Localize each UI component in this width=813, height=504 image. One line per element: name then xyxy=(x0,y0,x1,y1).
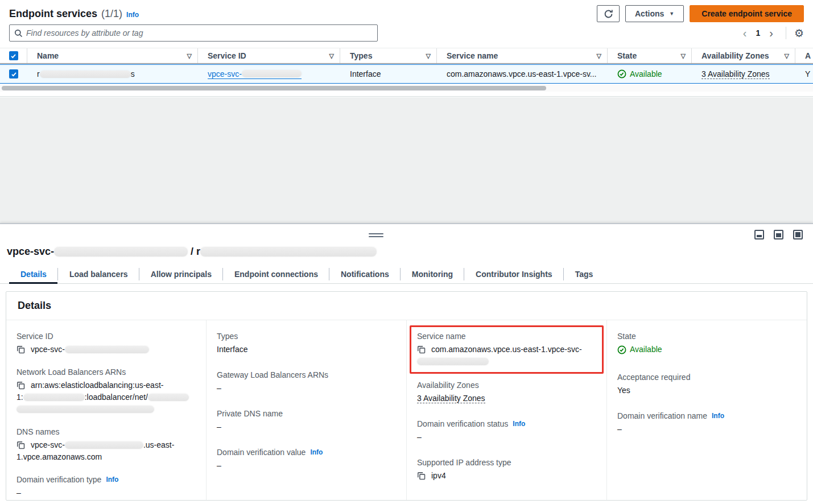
split-panel-drag-handle[interactable] xyxy=(369,233,383,239)
tab-endpoint-connections[interactable]: Endpoint connections xyxy=(223,265,329,283)
redacted-text xyxy=(242,70,302,77)
column-header-state[interactable]: State▽ xyxy=(608,48,692,63)
availability-zones-link[interactable]: 3 Availability Zones xyxy=(701,69,770,79)
filter-icon[interactable]: ▽ xyxy=(785,52,789,60)
filter-icon[interactable]: ▽ xyxy=(597,52,601,60)
details-column-1: Service ID vpce-svc- Network Load Balanc… xyxy=(6,320,206,500)
actions-button-label: Actions xyxy=(635,9,664,18)
redacted-text xyxy=(40,71,131,78)
copy-icon[interactable] xyxy=(16,345,26,354)
scrollbar-thumb[interactable] xyxy=(2,86,546,90)
copy-icon[interactable] xyxy=(417,472,426,481)
redacted-text xyxy=(23,394,85,401)
info-link[interactable]: Info xyxy=(513,418,525,429)
service-name-highlight-box: Service name com.amazonaws.vpce.us-east-… xyxy=(410,325,604,374)
panel-size-controls xyxy=(754,230,803,239)
column-header-clipped[interactable]: A xyxy=(795,48,813,63)
copy-icon[interactable] xyxy=(16,441,26,450)
availability-zones-link[interactable]: 3 Availability Zones xyxy=(417,394,485,403)
caret-down-icon: ▼ xyxy=(669,11,674,16)
panel-size-large-icon[interactable] xyxy=(793,230,803,239)
field-acceptance-required: Acceptance required Yes xyxy=(617,371,797,396)
info-link[interactable]: Info xyxy=(106,474,118,485)
filter-icon[interactable]: ▽ xyxy=(681,52,686,60)
field-types: Types Interface xyxy=(217,331,396,356)
table-row[interactable]: rs vpce-svc- Interface com.amazonaws.vpc… xyxy=(0,64,813,84)
field-domain-verification-name: Domain verification nameInfo – xyxy=(617,410,797,435)
column-header-service-id[interactable]: Service ID▽ xyxy=(198,48,340,63)
tab-tags[interactable]: Tags xyxy=(564,265,605,283)
select-all-checkbox[interactable] xyxy=(9,51,18,60)
column-header-types[interactable]: Types▽ xyxy=(340,48,437,63)
redacted-text xyxy=(54,247,188,257)
select-all-cell xyxy=(0,48,27,63)
filter-icon[interactable]: ▽ xyxy=(426,52,431,60)
service-id-link[interactable]: vpce-svc- xyxy=(208,69,302,79)
tab-load-balancers[interactable]: Load balancers xyxy=(58,265,139,283)
details-column-4: State Available Acceptance required Yes … xyxy=(606,320,807,500)
row-checkbox[interactable] xyxy=(9,69,18,79)
panel-size-medium-icon[interactable] xyxy=(774,230,783,239)
column-header-name[interactable]: Name▽ xyxy=(27,48,198,63)
table-header: Name▽ Service ID▽ Types▽ Service name▽ S… xyxy=(0,48,813,64)
tab-monitoring[interactable]: Monitoring xyxy=(401,265,464,283)
search-box[interactable] xyxy=(9,24,378,42)
field-domain-verification-value: Domain verification valueInfo – xyxy=(217,447,396,472)
filter-icon[interactable]: ▽ xyxy=(329,52,334,60)
resource-count: (1/1) xyxy=(101,8,122,20)
field-domain-verification-status: Domain verification statusInfo – xyxy=(417,418,596,443)
filter-icon[interactable]: ▽ xyxy=(187,52,192,60)
horizontal-scrollbar[interactable] xyxy=(0,85,813,92)
background-gap xyxy=(0,97,813,223)
details-column-2: Types Interface Gateway Load Balancers A… xyxy=(206,320,406,500)
field-gateway-arns: Gateway Load Balancers ARNs – xyxy=(217,369,396,394)
status-badge: Available xyxy=(617,69,662,79)
tab-notifications[interactable]: Notifications xyxy=(329,265,401,283)
search-input[interactable] xyxy=(26,28,373,38)
cell-service-id: vpce-svc- xyxy=(198,69,340,79)
info-link[interactable]: Info xyxy=(310,447,323,458)
actions-button[interactable]: Actions ▼ xyxy=(625,5,684,22)
tab-bar: Details Load balancers Allow principals … xyxy=(0,265,813,284)
redacted-text xyxy=(148,394,189,401)
create-endpoint-service-button[interactable]: Create endpoint service xyxy=(690,5,804,22)
copy-icon[interactable] xyxy=(16,381,26,390)
search-icon xyxy=(14,29,23,38)
table-toolbar: ‹ 1 › ⚙ xyxy=(9,24,804,42)
redacted-text xyxy=(16,406,154,413)
column-header-availability-zones[interactable]: Availability Zones▽ xyxy=(692,48,795,63)
row-select-cell xyxy=(0,69,27,79)
cell-types: Interface xyxy=(340,69,437,79)
field-state: State Available xyxy=(617,331,797,358)
page-number[interactable]: 1 xyxy=(753,28,762,38)
info-link[interactable]: Info xyxy=(126,11,139,19)
table-settings-gear-icon[interactable]: ⚙ xyxy=(794,28,804,39)
field-domain-verification-type: Domain verification typeInfo – xyxy=(16,474,196,499)
pagination: ‹ 1 › ⚙ xyxy=(738,27,804,39)
column-header-service-name[interactable]: Service name▽ xyxy=(437,48,608,63)
tab-details[interactable]: Details xyxy=(9,265,58,283)
check-circle-icon xyxy=(617,345,626,354)
details-card-title: Details xyxy=(6,292,807,320)
cell-state: Available xyxy=(608,69,692,79)
redacted-text xyxy=(200,247,377,257)
field-service-name: Service name com.amazonaws.vpce.us-east-… xyxy=(417,331,596,367)
tab-contributor-insights[interactable]: Contributor Insights xyxy=(464,265,564,283)
refresh-icon xyxy=(604,9,613,19)
cell-service-name: com.amazonaws.vpce.us-east-1.vpce-sv... xyxy=(437,69,608,79)
pagination-next-button[interactable]: › xyxy=(765,27,778,39)
pagination-prev-button[interactable]: ‹ xyxy=(738,27,752,39)
copy-icon[interactable] xyxy=(417,345,426,354)
check-icon xyxy=(11,71,17,77)
field-private-dns-name: Private DNS name – xyxy=(217,408,396,433)
page-header: Endpoint services (1/1) Info Actions ▼ C… xyxy=(9,5,804,23)
refresh-button[interactable] xyxy=(597,5,620,22)
tab-allow-principals[interactable]: Allow principals xyxy=(139,265,223,283)
panel-size-small-icon[interactable] xyxy=(754,230,764,239)
info-link[interactable]: Info xyxy=(712,410,724,422)
split-panel: vpce-svc- / r Details Load balancers All… xyxy=(0,223,813,504)
divider xyxy=(786,27,786,39)
field-nlb-arns: Network Load Balancers ARNs arn:aws:elas… xyxy=(16,366,196,415)
field-dns-names: DNS names vpce-svc-.us-east- 1.vpce.amaz… xyxy=(16,426,196,463)
details-card: Details Service ID vpce-svc- Network Loa… xyxy=(6,291,807,501)
